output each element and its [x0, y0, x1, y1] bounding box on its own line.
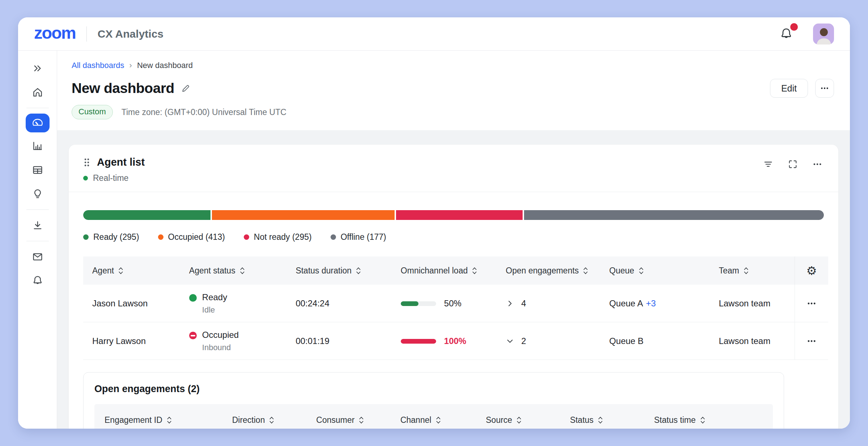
column-header-queue[interactable]: Queue [600, 266, 710, 276]
row-more-button[interactable] [807, 298, 817, 309]
widget-title: Agent list [97, 156, 145, 168]
queue-cell: Queue B [600, 336, 710, 346]
team-name: Lawson team [710, 298, 795, 309]
page: zoom CX Analytics [0, 0, 868, 446]
breadcrumb-all-dashboards[interactable]: All dashboards [72, 61, 124, 70]
column-header-status-duration[interactable]: Status duration [286, 266, 391, 276]
page-header: All dashboards › New dashboard New dashb… [57, 51, 850, 130]
column-header-consumer[interactable]: Consumer [306, 415, 390, 425]
column-header-team[interactable]: Team [710, 266, 795, 276]
sidebar-item-dashboards[interactable] [26, 114, 50, 132]
notifications-button[interactable] [778, 26, 794, 42]
sidebar-item-subscriptions[interactable] [26, 247, 50, 267]
sidebar-item-home[interactable] [26, 82, 50, 102]
bar-chart-icon [32, 140, 43, 152]
column-header-channel[interactable]: Channel [390, 415, 476, 425]
load-progress-bar [401, 301, 436, 306]
queue-cell: Queue A+3 [600, 298, 710, 309]
realtime-dot [83, 176, 88, 180]
drag-handle-icon[interactable] [83, 158, 90, 167]
column-header-direction[interactable]: Direction [222, 415, 306, 425]
sort-icon [269, 416, 274, 424]
agent-status-stacked-bar [83, 210, 824, 220]
sort-icon [639, 267, 644, 275]
column-header-source[interactable]: Source [476, 415, 560, 425]
legend-dot [158, 234, 163, 240]
table-row-jason-lawson[interactable]: Jason Lawson Ready Idle 00:24:24 [83, 285, 828, 322]
segment-offline [524, 210, 824, 220]
sidebar-divider [26, 209, 49, 210]
agent-substatus: Inbound [202, 343, 239, 352]
sort-icon [472, 267, 477, 275]
chevron-right-icon [506, 299, 514, 308]
table-row-harry-lawson[interactable]: Harry Lawson Occupied Inbound 00:01:19 [83, 322, 828, 360]
brand-divider [86, 26, 87, 42]
column-header-status[interactable]: Status [560, 415, 644, 425]
sidebar [18, 51, 57, 429]
legend-item-offline: Offline (177) [331, 232, 386, 242]
legend-label: Occupied (413) [168, 232, 225, 242]
open-engagements-panel: Open engagements (2) Engagement ID Direc… [83, 372, 784, 429]
dashboard-more-button[interactable] [815, 79, 834, 98]
app-window: zoom CX Analytics [18, 17, 850, 429]
more-horizontal-icon [807, 336, 817, 346]
agent-list-widget: Agent list Real-time [69, 145, 838, 429]
row-more-button[interactable] [807, 336, 817, 346]
column-header-engagement-id[interactable]: Engagement ID [94, 415, 222, 425]
sidebar-item-downloads[interactable] [26, 215, 50, 235]
sidebar-item-alerts[interactable] [26, 271, 50, 291]
legend-item-occupied: Occupied (413) [158, 232, 225, 242]
agent-substatus: Idle [202, 305, 227, 315]
expand-row-button[interactable] [506, 299, 514, 308]
legend-dot [83, 234, 89, 240]
sidebar-item-reports[interactable] [26, 160, 50, 180]
segment-not-ready [396, 210, 523, 220]
dashboard-gauge-icon [31, 117, 44, 129]
agent-table-header: Agent Agent status Status duration [83, 256, 828, 285]
edit-button[interactable]: Edit [770, 79, 808, 98]
zoom-logo: zoom [34, 24, 76, 43]
fullscreen-button[interactable] [788, 159, 798, 169]
collapse-row-button[interactable] [506, 337, 514, 345]
pencil-icon [181, 83, 191, 93]
sort-icon [598, 416, 603, 424]
legend-dot [244, 234, 249, 240]
load-percent: 50% [444, 298, 461, 309]
sidebar-item-insights[interactable] [26, 184, 50, 204]
dashboard-content: Agent list Real-time [57, 130, 850, 429]
column-header-omnichannel-load[interactable]: Omnichannel load [392, 266, 497, 276]
column-header-status-time[interactable]: Status time [644, 415, 773, 425]
notification-badge-dot [790, 23, 798, 31]
product-name: CX Analytics [98, 28, 163, 40]
chevron-down-icon [506, 337, 514, 345]
segment-ready [83, 210, 210, 220]
status-duration: 00:24:24 [286, 298, 391, 309]
sort-icon [436, 416, 441, 424]
sidebar-item-analytics[interactable] [26, 136, 50, 156]
lightbulb-icon [32, 188, 43, 200]
rename-dashboard-button[interactable] [181, 83, 191, 93]
timezone-label: Time zone: (GMT+0:00) Universal Time UTC [122, 107, 286, 117]
sort-icon [583, 267, 588, 275]
double-chevron-right-icon [32, 63, 43, 74]
column-header-agent-status[interactable]: Agent status [180, 266, 287, 276]
sort-icon [356, 267, 361, 275]
sidebar-collapse-button[interactable] [26, 58, 50, 78]
breadcrumb-current: New dashboard [137, 61, 193, 70]
filter-button[interactable] [763, 159, 773, 169]
engagements-table-header: Engagement ID Direction Consumer [94, 404, 773, 429]
column-header-open-engagements[interactable]: Open engagements [497, 266, 600, 276]
agent-status: Ready [202, 292, 227, 302]
sort-icon [118, 267, 123, 275]
queue-extra-link[interactable]: +3 [646, 298, 656, 308]
avatar[interactable] [813, 24, 834, 44]
gear-icon: ⚙ [806, 265, 817, 277]
sort-icon [516, 416, 522, 424]
column-header-agent[interactable]: Agent [83, 266, 180, 276]
team-name: Lawson team [710, 336, 795, 346]
open-engagements-count: 4 [521, 298, 526, 309]
column-settings-button[interactable]: ⚙ [795, 256, 828, 285]
widget-more-button[interactable] [812, 159, 822, 169]
filter-icon [763, 159, 773, 169]
queue-name: Queue B [609, 336, 644, 346]
